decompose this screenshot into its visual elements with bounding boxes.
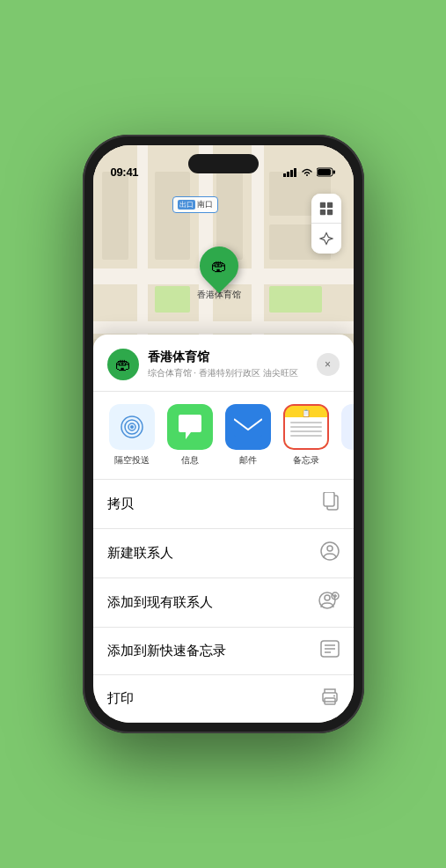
svg-rect-9 xyxy=(93,321,354,334)
svg-point-38 xyxy=(325,595,330,600)
airdrop-label: 隔空投送 xyxy=(114,454,150,467)
svg-rect-19 xyxy=(269,286,322,313)
location-header: 🏟 香港体育馆 综合体育馆 · 香港特别行政区 油尖旺区 × xyxy=(93,349,354,392)
quick-note-label: 添加到新快速备忘录 xyxy=(107,643,226,659)
svg-rect-26 xyxy=(319,209,325,214)
location-sub: 综合体育馆 · 香港特别行政区 油尖旺区 xyxy=(148,367,308,379)
map-label-prefix: 出口 xyxy=(178,200,195,210)
svg-point-36 xyxy=(327,546,333,551)
add-contact-label: 添加到现有联系人 xyxy=(107,594,213,611)
mail-label: 邮件 xyxy=(239,454,257,467)
copy-icon xyxy=(322,492,340,516)
svg-rect-2 xyxy=(290,170,293,177)
app-item-notes[interactable]: 📋 备忘录 xyxy=(281,404,331,467)
svg-rect-25 xyxy=(326,202,332,207)
svg-rect-5 xyxy=(333,171,335,174)
messages-label: 信息 xyxy=(181,454,199,467)
location-button[interactable] xyxy=(311,224,341,254)
print-label: 打印 xyxy=(107,690,134,707)
notes-line-3 xyxy=(290,430,322,432)
action-row-copy[interactable]: 拷贝 xyxy=(93,480,354,529)
status-icons xyxy=(283,167,336,179)
action-row-add-contact[interactable]: 添加到现有联系人 xyxy=(93,578,354,628)
new-contact-label: 新建联系人 xyxy=(107,545,173,562)
more-icon: ··· xyxy=(341,404,354,450)
notes-lines xyxy=(285,417,327,448)
location-name: 香港体育馆 xyxy=(148,349,308,365)
marker-pin-icon: 🏟 xyxy=(211,257,227,276)
location-icon: 🏟 xyxy=(107,349,139,380)
add-contact-icon xyxy=(318,591,340,614)
app-item-airdrop[interactable]: 隔空投送 xyxy=(107,404,157,467)
battery-icon xyxy=(317,167,336,179)
action-row-new-contact[interactable]: 新建联系人 xyxy=(93,529,354,578)
quick-note-icon xyxy=(320,640,340,662)
notes-line-4 xyxy=(290,435,322,437)
messages-icon xyxy=(167,404,213,450)
notes-line-2 xyxy=(290,426,322,428)
map-controls xyxy=(311,194,341,254)
phone-screen: 09:41 xyxy=(93,145,354,723)
mail-icon xyxy=(225,404,271,450)
signal-icon xyxy=(283,168,297,179)
map-label: 出口 南口 xyxy=(172,196,218,213)
svg-rect-3 xyxy=(294,168,296,177)
svg-rect-24 xyxy=(319,202,325,207)
action-row-print[interactable]: 打印 xyxy=(93,675,354,723)
svg-rect-18 xyxy=(155,286,190,313)
app-item-more[interactable]: ··· 推 xyxy=(340,404,354,467)
phone-frame: 09:41 xyxy=(83,135,364,733)
notes-label: 备忘录 xyxy=(293,454,319,467)
status-time: 09:41 xyxy=(111,166,139,179)
svg-rect-1 xyxy=(287,172,289,177)
svg-rect-34 xyxy=(324,492,334,506)
notes-icon: 📋 xyxy=(283,404,329,450)
location-marker: 🏟 香港体育馆 xyxy=(197,246,241,301)
marker-pin: 🏟 xyxy=(191,239,245,293)
svg-rect-32 xyxy=(234,417,262,437)
wifi-icon xyxy=(301,168,313,179)
app-item-mail[interactable]: 邮件 xyxy=(223,404,273,467)
print-icon xyxy=(320,688,340,710)
apps-row: 隔空投送 信息 xyxy=(93,392,354,480)
map-label-text: 南口 xyxy=(197,199,213,210)
location-info: 香港体育馆 综合体育馆 · 香港特别行政区 油尖旺区 xyxy=(148,349,308,379)
svg-rect-0 xyxy=(283,173,286,177)
svg-point-48 xyxy=(333,695,335,697)
svg-rect-13 xyxy=(155,172,190,260)
svg-point-31 xyxy=(130,425,134,429)
bottom-sheet: 🏟 香港体育馆 综合体育馆 · 香港特别行政区 油尖旺区 × xyxy=(93,335,354,723)
new-contact-icon xyxy=(320,541,340,565)
dynamic-island xyxy=(188,154,259,173)
svg-rect-6 xyxy=(318,169,331,175)
notes-line-1 xyxy=(290,422,322,423)
close-button[interactable]: × xyxy=(317,353,340,376)
map-layers-button[interactable] xyxy=(311,194,341,224)
copy-label: 拷贝 xyxy=(107,496,134,512)
action-row-quick-note[interactable]: 添加到新快速备忘录 xyxy=(93,628,354,675)
airdrop-icon xyxy=(109,404,155,450)
svg-rect-17 xyxy=(102,172,128,260)
app-item-messages[interactable]: 信息 xyxy=(165,404,215,467)
svg-rect-27 xyxy=(326,209,332,214)
